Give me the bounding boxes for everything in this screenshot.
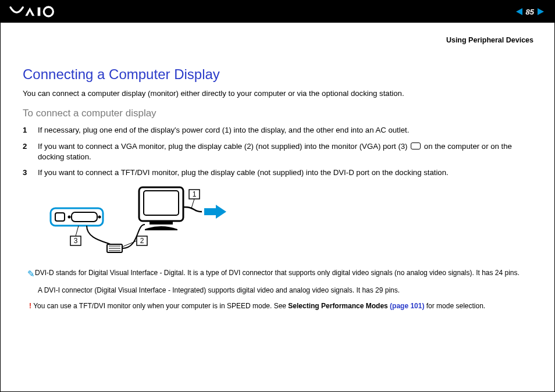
svg-line-20 bbox=[191, 199, 194, 208]
svg-rect-5 bbox=[72, 212, 97, 222]
svg-point-7 bbox=[98, 216, 101, 219]
svg-rect-3 bbox=[51, 208, 103, 226]
warning-icon: ! bbox=[29, 301, 31, 311]
section-label: Using Peripheral Devices bbox=[23, 35, 533, 45]
subheading: To connect a computer display bbox=[23, 107, 533, 120]
step-number: 3 bbox=[23, 168, 30, 178]
connection-diagram: 3 2 bbox=[46, 184, 533, 262]
svg-marker-22 bbox=[216, 205, 226, 219]
svg-point-2 bbox=[44, 7, 53, 16]
svg-rect-18 bbox=[150, 221, 173, 224]
header-bar: 85 bbox=[1, 1, 554, 23]
note-dvii: A DVI-I connector (Digital Visual Interf… bbox=[38, 286, 533, 295]
svg-rect-4 bbox=[55, 213, 65, 221]
step-text: If necessary, plug one end of the displa… bbox=[38, 125, 409, 136]
vga-port-icon bbox=[411, 142, 421, 149]
step-item: 2 If you want to connect a VGA monitor, … bbox=[23, 141, 533, 162]
page-body: Using Peripheral Devices Connecting a Co… bbox=[1, 23, 554, 311]
prev-page-button[interactable] bbox=[516, 8, 522, 15]
step-text: If you want to connect a VGA monitor, pl… bbox=[38, 141, 533, 162]
step-text: If you want to connect a TFT/DVI monitor… bbox=[38, 168, 449, 178]
diagram-label-3: 3 bbox=[74, 237, 78, 245]
step-number: 1 bbox=[23, 125, 30, 136]
vaio-logo bbox=[9, 6, 73, 17]
step-item: 3 If you want to connect a TFT/DVI monit… bbox=[23, 168, 533, 178]
step-list: 1 If necessary, plug one end of the disp… bbox=[23, 125, 533, 178]
svg-point-6 bbox=[68, 216, 71, 219]
step-item: 1 If necessary, plug one end of the disp… bbox=[23, 125, 533, 136]
svg-line-9 bbox=[76, 226, 79, 236]
svg-rect-1 bbox=[38, 8, 41, 16]
page-navigation: 85 bbox=[516, 8, 544, 16]
svg-rect-21 bbox=[204, 208, 216, 215]
page-number: 85 bbox=[526, 8, 534, 16]
warning-text: You can use a TFT/DVI monitor only when … bbox=[33, 302, 485, 310]
note-icon: ✎ bbox=[27, 268, 35, 280]
step-number: 2 bbox=[23, 141, 30, 162]
document-page: 85 Using Peripheral Devices Connecting a… bbox=[0, 0, 555, 392]
page-title: Connecting a Computer Display bbox=[23, 65, 533, 84]
note-block: ✎DVI-D stands for Digital Visual Interfa… bbox=[38, 268, 533, 311]
diagram-label-1: 1 bbox=[193, 190, 197, 198]
page-link[interactable]: (page 101) bbox=[390, 302, 424, 310]
svg-rect-17 bbox=[144, 191, 179, 215]
note-dvid: DVI-D stands for Digital Visual Interfac… bbox=[35, 269, 520, 277]
next-page-button[interactable] bbox=[538, 8, 544, 15]
diagram-label-2: 2 bbox=[140, 237, 144, 245]
svg-marker-0 bbox=[25, 8, 34, 16]
intro-text: You can connect a computer display (moni… bbox=[23, 88, 533, 99]
